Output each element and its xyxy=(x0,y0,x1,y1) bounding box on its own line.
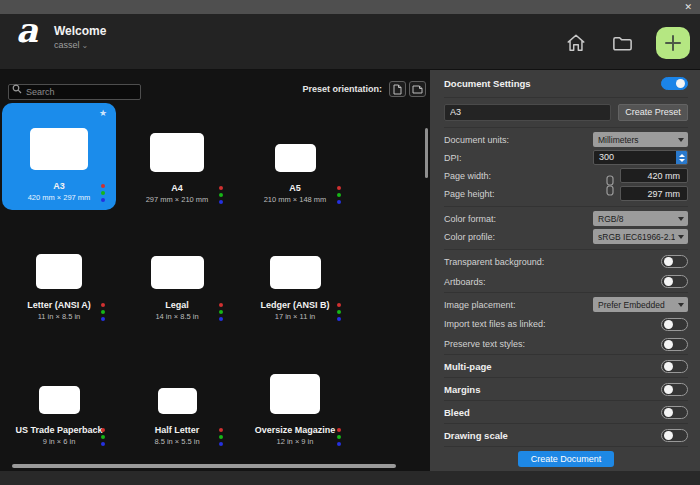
margins-toggle[interactable] xyxy=(661,383,688,396)
preset-name-input[interactable] xyxy=(444,104,611,121)
open-file-button[interactable] xyxy=(610,31,634,55)
divider xyxy=(444,249,688,250)
create-document-button[interactable]: Create Document xyxy=(518,451,615,467)
preset-name: A4 xyxy=(146,183,209,194)
page-height-input[interactable] xyxy=(620,186,688,201)
chevron-down-icon xyxy=(678,303,684,307)
page-preview xyxy=(275,144,316,172)
preset-card-a5[interactable]: A5 210 mm × 148 mm xyxy=(236,101,354,212)
preset-card-a4[interactable]: A4 297 mm × 210 mm xyxy=(118,101,236,212)
page-preview xyxy=(30,128,88,170)
toggle-knob xyxy=(664,257,673,266)
rgb-indicator xyxy=(101,184,105,202)
import-text-linked-toggle[interactable] xyxy=(661,318,688,331)
page-preview xyxy=(150,133,204,172)
document-settings-toggle[interactable] xyxy=(661,77,688,90)
preset-name: A3 xyxy=(28,181,91,192)
preset-dimensions: 8.5 in × 5.5 in xyxy=(154,437,199,446)
titlebar: ✕ xyxy=(0,0,700,14)
preset-browser: Preset orientation: ★ A3 420 mm × 297 mm xyxy=(0,70,430,471)
preset-name: Ledger (ANSI B) xyxy=(260,300,329,311)
account-name: cassel xyxy=(54,40,80,50)
stepper-arrows-icon[interactable] xyxy=(676,151,687,164)
bleed-toggle[interactable] xyxy=(661,406,688,419)
account-menu[interactable]: cassel⌄ xyxy=(54,40,106,50)
preset-card-a3[interactable]: ★ A3 420 mm × 297 mm xyxy=(2,103,116,210)
preset-card-us-trade-paperback[interactable]: US Trade Paperback 9 in × 6 in xyxy=(0,337,118,462)
preset-card-letter[interactable]: Letter (ANSI A) 11 in × 8.5 in xyxy=(0,212,118,337)
drawing-scale-section-label: Drawing scale xyxy=(444,430,508,441)
rgb-indicator xyxy=(101,303,105,321)
preset-dimensions: 14 in × 8.5 in xyxy=(155,312,198,321)
artboards-toggle[interactable] xyxy=(661,275,688,288)
rgb-indicator xyxy=(337,303,341,321)
new-document-button[interactable] xyxy=(656,27,690,59)
dpi-stepper[interactable]: 300 xyxy=(593,150,688,165)
preset-card-legal[interactable]: Legal 14 in × 8.5 in xyxy=(118,212,236,337)
import-text-linked-label: Import text files as linked: xyxy=(444,319,546,329)
artboards-label: Artboards: xyxy=(444,277,486,287)
preset-card-oversize-magazine[interactable]: Oversize Magazine 12 in × 9 in xyxy=(236,337,354,462)
page-preview xyxy=(39,386,80,414)
vertical-scrollbar[interactable] xyxy=(425,128,428,178)
welcome-block: Welcome cassel⌄ xyxy=(54,24,106,50)
preset-dimensions: 297 mm × 210 mm xyxy=(146,195,209,204)
preset-name: Oversize Magazine xyxy=(255,425,336,436)
search-icon xyxy=(12,84,22,94)
image-placement-value: Prefer Embedded xyxy=(598,300,665,310)
preset-grid: ★ A3 420 mm × 297 mm A4 297 mm × 210 mm xyxy=(0,101,426,462)
drawing-scale-toggle[interactable] xyxy=(661,429,688,442)
margins-section-label: Margins xyxy=(444,384,480,395)
document-units-select[interactable]: Millimeters xyxy=(593,132,688,147)
page-preview xyxy=(36,254,82,289)
color-format-select[interactable]: RGB/8 xyxy=(593,211,688,226)
preset-card-ledger[interactable]: Ledger (ANSI B) 17 in × 11 in xyxy=(236,212,354,337)
preset-dimensions: 9 in × 6 in xyxy=(15,437,102,446)
home-button[interactable] xyxy=(564,31,588,55)
dpi-value: 300 xyxy=(594,151,676,164)
divider xyxy=(444,127,688,128)
preset-name: Half Letter xyxy=(154,425,199,436)
folder-icon xyxy=(611,32,634,55)
preset-name: US Trade Paperback xyxy=(15,425,102,436)
preset-name: Legal xyxy=(155,300,198,311)
preset-dimensions: 11 in × 8.5 in xyxy=(27,312,91,321)
landscape-orientation-button[interactable] xyxy=(409,81,426,97)
transparent-background-toggle[interactable] xyxy=(661,255,688,268)
toggle-knob xyxy=(664,320,673,329)
landscape-page-icon xyxy=(412,85,423,94)
color-profile-select[interactable]: sRGB IEC61966-2.1 xyxy=(593,229,688,244)
chevron-down-icon xyxy=(678,217,684,221)
document-settings-panel: Document Settings Create Preset Document… xyxy=(430,70,700,471)
image-placement-select[interactable]: Prefer Embedded xyxy=(593,297,688,312)
transparent-background-label: Transparent background: xyxy=(444,257,544,267)
preset-dimensions: 210 mm × 148 mm xyxy=(264,195,327,204)
preset-dimensions: 420 mm × 297 mm xyxy=(28,193,91,202)
toggle-knob xyxy=(676,79,685,88)
horizontal-scrollbar[interactable] xyxy=(12,464,396,468)
multi-page-toggle[interactable] xyxy=(661,360,688,373)
rgb-indicator xyxy=(101,428,105,446)
divider xyxy=(444,206,688,207)
close-icon[interactable]: ✕ xyxy=(684,1,692,13)
toggle-knob xyxy=(664,385,673,394)
preserve-text-styles-toggle[interactable] xyxy=(661,338,688,351)
page-width-input[interactable] xyxy=(620,168,688,183)
image-placement-label: Image placement: xyxy=(444,300,516,310)
dpi-label: DPI: xyxy=(444,153,462,163)
color-format-value: RGB/8 xyxy=(598,214,624,224)
search-input[interactable] xyxy=(8,84,141,100)
toggle-knob xyxy=(664,431,673,440)
document-units-label: Document units: xyxy=(444,135,509,145)
favorite-star-icon[interactable]: ★ xyxy=(99,108,107,118)
link-dimensions-icon[interactable] xyxy=(606,175,614,196)
page-title: Welcome xyxy=(54,24,106,38)
bleed-section-label: Bleed xyxy=(444,407,470,418)
multi-page-section-label: Multi-page xyxy=(444,361,492,372)
preset-card-half-letter[interactable]: Half Letter 8.5 in × 5.5 in xyxy=(118,337,236,462)
rgb-indicator xyxy=(337,428,341,446)
window-bottom-edge xyxy=(0,471,700,485)
portrait-orientation-button[interactable] xyxy=(389,81,406,97)
page-preview xyxy=(158,388,197,414)
create-preset-button[interactable]: Create Preset xyxy=(618,104,688,121)
